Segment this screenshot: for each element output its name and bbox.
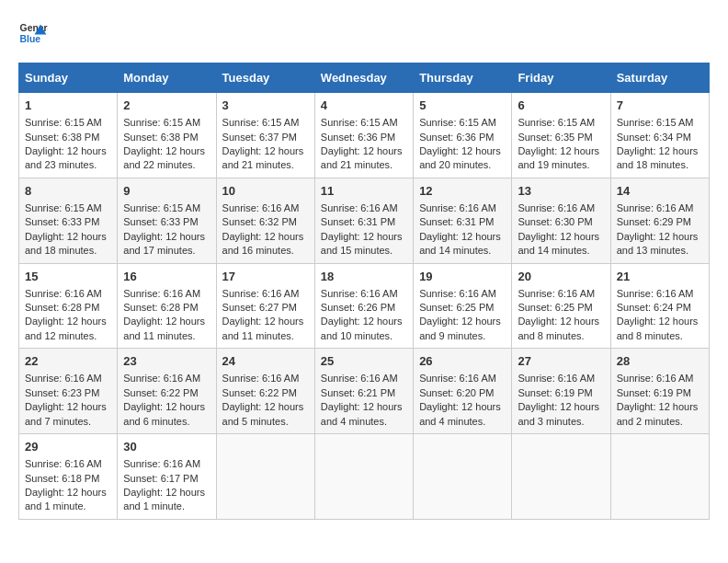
day-info: Sunrise: 6:15 AMSunset: 6:33 PMDaylight:… xyxy=(25,202,107,256)
day-number: 28 xyxy=(617,353,703,370)
day-number: 27 xyxy=(518,353,604,370)
calendar-cell: 16Sunrise: 6:16 AMSunset: 6:28 PMDayligh… xyxy=(118,263,216,349)
calendar-cell: 10Sunrise: 6:16 AMSunset: 6:32 PMDayligh… xyxy=(216,178,314,263)
day-number: 7 xyxy=(617,98,703,114)
day-info: Sunrise: 6:15 AMSunset: 6:35 PMDaylight:… xyxy=(518,117,599,170)
col-header-thursday: Thursday xyxy=(414,63,512,93)
day-info: Sunrise: 6:16 AMSunset: 6:28 PMDaylight:… xyxy=(25,288,107,341)
day-number: 2 xyxy=(123,98,210,114)
day-info: Sunrise: 6:16 AMSunset: 6:24 PMDaylight:… xyxy=(617,288,699,341)
day-number: 21 xyxy=(617,269,703,285)
day-number: 16 xyxy=(123,269,210,285)
day-info: Sunrise: 6:16 AMSunset: 6:18 PMDaylight:… xyxy=(25,458,107,511)
calendar-cell: 15Sunrise: 6:16 AMSunset: 6:28 PMDayligh… xyxy=(19,263,118,349)
calendar-cell: 12Sunrise: 6:16 AMSunset: 6:31 PMDayligh… xyxy=(414,178,512,263)
day-number: 24 xyxy=(222,353,309,370)
day-number: 26 xyxy=(419,353,506,370)
calendar-cell: 8Sunrise: 6:15 AMSunset: 6:33 PMDaylight… xyxy=(19,178,118,263)
calendar-cell: 28Sunrise: 6:16 AMSunset: 6:19 PMDayligh… xyxy=(610,349,709,434)
day-number: 20 xyxy=(518,269,604,285)
calendar-cell: 6Sunrise: 6:15 AMSunset: 6:35 PMDaylight… xyxy=(512,93,610,178)
day-number: 17 xyxy=(222,269,309,285)
calendar-cell: 23Sunrise: 6:16 AMSunset: 6:22 PMDayligh… xyxy=(118,349,216,434)
day-number: 5 xyxy=(419,98,506,114)
day-info: Sunrise: 6:16 AMSunset: 6:20 PMDaylight:… xyxy=(419,373,501,426)
day-info: Sunrise: 6:15 AMSunset: 6:33 PMDaylight:… xyxy=(123,202,205,256)
calendar-cell xyxy=(414,434,512,520)
calendar-cell: 7Sunrise: 6:15 AMSunset: 6:34 PMDaylight… xyxy=(610,93,709,178)
day-number: 10 xyxy=(222,183,309,200)
calendar-cell: 20Sunrise: 6:16 AMSunset: 6:25 PMDayligh… xyxy=(512,263,610,349)
logo: General Blue xyxy=(18,18,51,48)
col-header-friday: Friday xyxy=(512,63,610,93)
day-number: 3 xyxy=(222,98,309,114)
col-header-tuesday: Tuesday xyxy=(216,63,314,93)
calendar-cell xyxy=(610,434,709,520)
calendar-cell: 11Sunrise: 6:16 AMSunset: 6:31 PMDayligh… xyxy=(314,178,413,263)
calendar-cell: 18Sunrise: 6:16 AMSunset: 6:26 PMDayligh… xyxy=(314,263,413,349)
day-number: 15 xyxy=(25,269,111,285)
header: General Blue xyxy=(18,18,710,48)
day-info: Sunrise: 6:16 AMSunset: 6:27 PMDaylight:… xyxy=(222,288,304,341)
calendar-cell: 27Sunrise: 6:16 AMSunset: 6:19 PMDayligh… xyxy=(512,349,610,434)
day-info: Sunrise: 6:16 AMSunset: 6:19 PMDaylight:… xyxy=(617,373,699,426)
day-number: 9 xyxy=(123,183,210,200)
calendar-table: SundayMondayTuesdayWednesdayThursdayFrid… xyxy=(18,63,710,520)
calendar-cell: 17Sunrise: 6:16 AMSunset: 6:27 PMDayligh… xyxy=(216,263,314,349)
day-info: Sunrise: 6:16 AMSunset: 6:31 PMDaylight:… xyxy=(321,202,403,256)
col-header-saturday: Saturday xyxy=(610,63,709,93)
day-info: Sunrise: 6:16 AMSunset: 6:30 PMDaylight:… xyxy=(518,202,599,256)
calendar-row-1: 1Sunrise: 6:15 AMSunset: 6:38 PMDaylight… xyxy=(19,93,710,178)
calendar-cell: 22Sunrise: 6:16 AMSunset: 6:23 PMDayligh… xyxy=(19,349,118,434)
logo-icon: General Blue xyxy=(18,18,48,48)
day-info: Sunrise: 6:15 AMSunset: 6:37 PMDaylight:… xyxy=(222,117,304,170)
col-header-wednesday: Wednesday xyxy=(314,63,413,93)
calendar-cell: 25Sunrise: 6:16 AMSunset: 6:21 PMDayligh… xyxy=(314,349,413,434)
day-info: Sunrise: 6:16 AMSunset: 6:22 PMDaylight:… xyxy=(222,373,304,426)
day-info: Sunrise: 6:16 AMSunset: 6:19 PMDaylight:… xyxy=(518,373,599,426)
day-info: Sunrise: 6:16 AMSunset: 6:25 PMDaylight:… xyxy=(419,288,501,341)
day-number: 8 xyxy=(25,183,111,200)
day-number: 30 xyxy=(123,439,210,455)
calendar-cell: 14Sunrise: 6:16 AMSunset: 6:29 PMDayligh… xyxy=(610,178,709,263)
day-info: Sunrise: 6:15 AMSunset: 6:34 PMDaylight:… xyxy=(617,117,699,170)
calendar-row-5: 29Sunrise: 6:16 AMSunset: 6:18 PMDayligh… xyxy=(19,434,710,520)
calendar-cell: 2Sunrise: 6:15 AMSunset: 6:38 PMDaylight… xyxy=(118,93,216,178)
day-info: Sunrise: 6:16 AMSunset: 6:31 PMDaylight:… xyxy=(419,202,501,256)
calendar-cell: 26Sunrise: 6:16 AMSunset: 6:20 PMDayligh… xyxy=(414,349,512,434)
col-header-sunday: Sunday xyxy=(19,63,118,93)
svg-text:Blue: Blue xyxy=(20,34,41,44)
day-info: Sunrise: 6:16 AMSunset: 6:26 PMDaylight:… xyxy=(321,288,403,341)
day-info: Sunrise: 6:15 AMSunset: 6:38 PMDaylight:… xyxy=(25,117,107,170)
col-header-monday: Monday xyxy=(118,63,216,93)
day-info: Sunrise: 6:15 AMSunset: 6:36 PMDaylight:… xyxy=(419,117,501,170)
calendar-cell: 5Sunrise: 6:15 AMSunset: 6:36 PMDaylight… xyxy=(414,93,512,178)
day-number: 18 xyxy=(321,269,407,285)
day-number: 23 xyxy=(123,353,210,370)
day-number: 1 xyxy=(25,98,111,114)
day-info: Sunrise: 6:16 AMSunset: 6:17 PMDaylight:… xyxy=(123,458,205,511)
calendar-cell: 19Sunrise: 6:16 AMSunset: 6:25 PMDayligh… xyxy=(414,263,512,349)
calendar-row-3: 15Sunrise: 6:16 AMSunset: 6:28 PMDayligh… xyxy=(19,263,710,349)
calendar-cell xyxy=(314,434,413,520)
day-info: Sunrise: 6:16 AMSunset: 6:29 PMDaylight:… xyxy=(617,202,699,256)
day-info: Sunrise: 6:16 AMSunset: 6:32 PMDaylight:… xyxy=(222,202,304,256)
calendar-cell: 9Sunrise: 6:15 AMSunset: 6:33 PMDaylight… xyxy=(118,178,216,263)
calendar-row-2: 8Sunrise: 6:15 AMSunset: 6:33 PMDaylight… xyxy=(19,178,710,263)
day-number: 12 xyxy=(419,183,506,200)
day-info: Sunrise: 6:16 AMSunset: 6:22 PMDaylight:… xyxy=(123,373,205,426)
day-number: 19 xyxy=(419,269,506,285)
calendar-cell: 30Sunrise: 6:16 AMSunset: 6:17 PMDayligh… xyxy=(118,434,216,520)
calendar-cell xyxy=(216,434,314,520)
calendar-cell: 21Sunrise: 6:16 AMSunset: 6:24 PMDayligh… xyxy=(610,263,709,349)
day-number: 11 xyxy=(321,183,407,200)
day-info: Sunrise: 6:15 AMSunset: 6:36 PMDaylight:… xyxy=(321,117,403,170)
calendar-cell: 4Sunrise: 6:15 AMSunset: 6:36 PMDaylight… xyxy=(314,93,413,178)
day-info: Sunrise: 6:16 AMSunset: 6:21 PMDaylight:… xyxy=(321,373,403,426)
calendar-row-4: 22Sunrise: 6:16 AMSunset: 6:23 PMDayligh… xyxy=(19,349,710,434)
day-number: 4 xyxy=(321,98,407,114)
day-number: 14 xyxy=(617,183,703,200)
calendar-cell: 24Sunrise: 6:16 AMSunset: 6:22 PMDayligh… xyxy=(216,349,314,434)
calendar-cell: 1Sunrise: 6:15 AMSunset: 6:38 PMDaylight… xyxy=(19,93,118,178)
calendar-cell: 29Sunrise: 6:16 AMSunset: 6:18 PMDayligh… xyxy=(19,434,118,520)
